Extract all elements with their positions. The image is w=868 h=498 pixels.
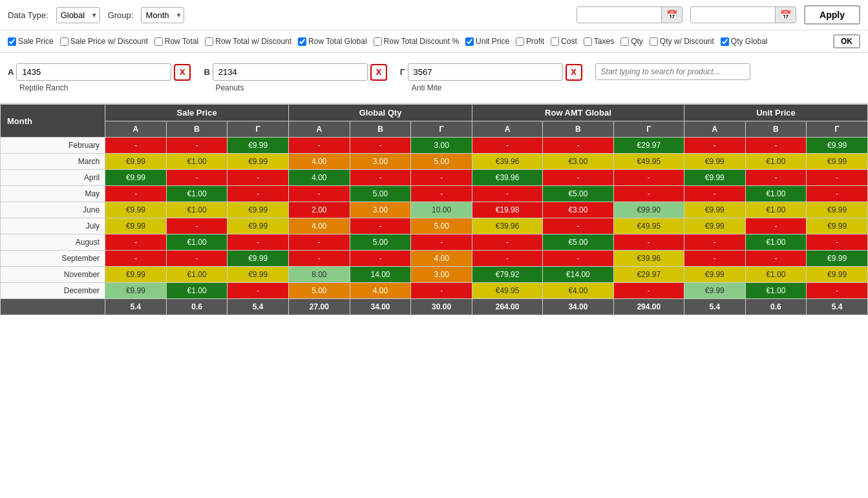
- table-cell: -: [613, 283, 684, 299]
- table-row: August-€1.00--5.00--€5.00--€1.00-: [1, 234, 868, 251]
- table-cell: -: [166, 218, 228, 234]
- sub-header-ramt-b: B: [543, 121, 613, 138]
- sub-header-sale-a: A: [105, 121, 167, 138]
- col-group-unit-price: Unit Price: [684, 105, 867, 121]
- table-cell: -: [543, 170, 613, 186]
- table-cell: €9.99: [228, 202, 289, 218]
- table-cell: €1.00: [745, 267, 807, 283]
- table-cell: -: [745, 170, 807, 186]
- table-cell: 14.00: [350, 267, 411, 283]
- date2-input[interactable]: [691, 8, 775, 23]
- product-search-input[interactable]: [595, 63, 750, 80]
- table-cell: €9.99: [105, 170, 167, 186]
- table-row: March€9.99€1.00€9.994.003.005.00€39.96€3…: [1, 154, 868, 170]
- apply-button[interactable]: Apply: [804, 5, 860, 25]
- table-cell: €1.00: [166, 267, 228, 283]
- checkbox-row-total-global[interactable]: Row Total Global: [298, 37, 367, 46]
- product-g-clear-button[interactable]: X: [566, 64, 582, 81]
- table-cell: 5.00: [350, 186, 411, 202]
- table-cell: -: [613, 234, 684, 251]
- table-cell: €1.00: [745, 234, 807, 251]
- checkbox-taxes[interactable]: Taxes: [584, 37, 614, 46]
- table-cell: €1.00: [166, 202, 228, 218]
- checkbox-profit[interactable]: Profit: [516, 37, 544, 46]
- checkbox-qty[interactable]: Qty: [620, 37, 643, 46]
- table-cell: -: [289, 251, 350, 267]
- table-cell: -: [472, 138, 542, 154]
- table-cell: -: [411, 186, 472, 202]
- table-cell: -: [166, 251, 228, 267]
- totals-cell: 5.4: [105, 299, 167, 315]
- checkbox-sale-price[interactable]: Sale Price: [8, 37, 54, 46]
- product-b-input[interactable]: [213, 63, 368, 81]
- checkbox-row-total-disc-pct[interactable]: Row Total Discount %: [374, 37, 460, 46]
- month-cell: June: [1, 202, 105, 218]
- table-cell: -: [228, 283, 289, 299]
- sub-header-up-a: A: [684, 121, 745, 138]
- table-cell: -: [684, 186, 745, 202]
- table-cell: €39.96: [472, 154, 542, 170]
- table-cell: €49.95: [613, 154, 684, 170]
- product-g-name: Anti Mite: [400, 83, 582, 92]
- table-row: June€9.99€1.00€9.992.003.0010.00€19.98€3…: [1, 202, 868, 218]
- table-cell: €39.96: [613, 251, 684, 267]
- product-g-label: Γ: [400, 67, 405, 77]
- table-cell: 4.00: [411, 251, 472, 267]
- datatype-select[interactable]: Global Local: [56, 7, 100, 23]
- sub-header-sale-b: B: [166, 121, 228, 138]
- product-a-clear-button[interactable]: X: [174, 64, 191, 81]
- table-row: April€9.99--4.00--€39.96--€9.99--: [1, 170, 868, 186]
- sub-header-gqty-g: Γ: [411, 121, 472, 138]
- checkbox-qty-global[interactable]: Qty Global: [721, 37, 768, 46]
- table-cell: €3.00: [543, 202, 613, 218]
- group-select[interactable]: Month Week Day: [141, 7, 184, 23]
- table-cell: 5.00: [411, 154, 472, 170]
- table-cell: €9.99: [807, 138, 868, 154]
- product-a-input[interactable]: [16, 63, 171, 81]
- ok-button[interactable]: OK: [833, 34, 860, 48]
- date1-calendar-button[interactable]: 📅: [661, 7, 682, 23]
- checkbox-qty-disc[interactable]: Qty w/ Discount: [650, 37, 714, 46]
- product-b-input-row: B X: [204, 63, 386, 81]
- table-cell: €29.97: [613, 138, 684, 154]
- table-cell: 3.00: [411, 267, 472, 283]
- totals-cell: 0.6: [745, 299, 807, 315]
- datatype-dropdown-wrap: Global Local ▼: [56, 7, 100, 23]
- checkbox-sale-price-disc[interactable]: Sale Price w/ Discount: [60, 37, 148, 46]
- product-b-label: B: [204, 67, 209, 77]
- table-cell: €1.00: [166, 154, 228, 170]
- product-g-input-row: Γ X: [400, 63, 582, 81]
- date2-calendar-button[interactable]: 📅: [775, 7, 796, 23]
- table-row: December€9.99€1.00-5.004.00-€49.95€4.00-…: [1, 283, 868, 299]
- table-cell: €9.99: [105, 202, 167, 218]
- table-cell: -: [166, 170, 228, 186]
- month-cell: July: [1, 218, 105, 234]
- datatype-label: Data Type:: [8, 10, 48, 20]
- toolbar: Data Type: Global Local ▼ Group: Month W…: [0, 0, 868, 30]
- table-row: May-€1.00--5.00--€5.00--€1.00-: [1, 186, 868, 202]
- table-cell: -: [411, 234, 472, 251]
- table-cell: €9.99: [807, 251, 868, 267]
- checkbox-row-total[interactable]: Row Total: [154, 37, 198, 46]
- product-g-input[interactable]: [408, 63, 563, 81]
- table-cell: -: [289, 186, 350, 202]
- table-cell: -: [684, 251, 745, 267]
- checkbox-row-total-disc[interactable]: Row Total w/ Discount: [205, 37, 291, 46]
- table-cell: €9.99: [807, 154, 868, 170]
- checkbox-unit-price[interactable]: Unit Price: [465, 37, 509, 46]
- table-cell: €4.00: [543, 283, 613, 299]
- date2-input-wrap: 📅: [690, 6, 796, 23]
- date1-input[interactable]: [577, 8, 661, 23]
- table-cell: 4.00: [350, 283, 411, 299]
- totals-cell: 34.00: [543, 299, 613, 315]
- table-cell: -: [411, 283, 472, 299]
- product-b-clear-button[interactable]: X: [370, 64, 387, 81]
- table-cell: 10.00: [411, 202, 472, 218]
- totals-cell: 27.00: [289, 299, 350, 315]
- date1-input-wrap: 📅: [577, 6, 683, 23]
- table-cell: €9.99: [105, 154, 167, 170]
- table-cell: -: [350, 170, 411, 186]
- checkbox-cost[interactable]: Cost: [551, 37, 577, 46]
- sub-header-sale-g: Γ: [228, 121, 289, 138]
- month-cell: August: [1, 234, 105, 251]
